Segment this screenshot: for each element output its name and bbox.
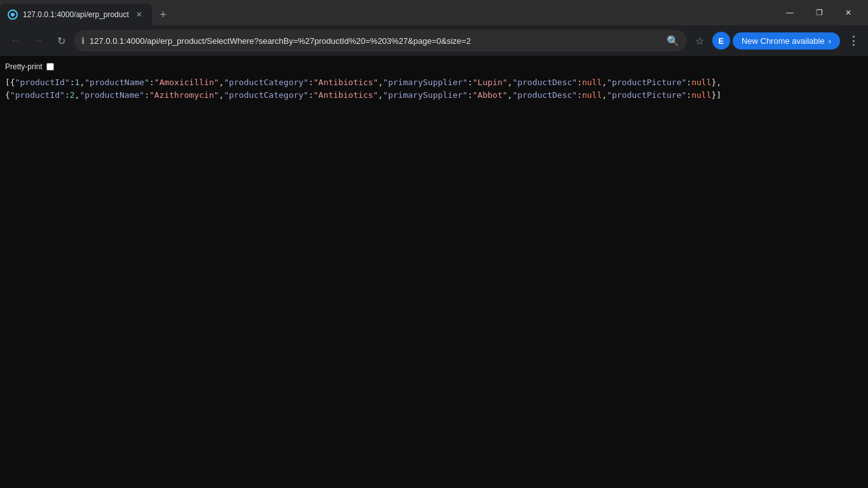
tab-favicon (8, 10, 18, 20)
pretty-print-bar: Pretty-print (0, 61, 868, 72)
pretty-print-checkbox[interactable] (46, 63, 54, 71)
profile-button[interactable]: E (712, 32, 730, 50)
json-line-1: [{"productId":1,"productName":"Amoxicill… (5, 76, 863, 89)
minimize-button[interactable]: — (775, 3, 804, 23)
content-area: Pretty-print [{"productId":1,"productNam… (0, 56, 868, 488)
forward-button[interactable]: → (28, 30, 48, 51)
title-bar: 127.0.0.1:4000/api/erp_product ✕ + — ❐ ✕ (0, 0, 868, 25)
tab-close-button[interactable]: ✕ (134, 10, 144, 20)
tab-title: 127.0.0.1:4000/api/erp_product (23, 10, 129, 19)
new-chrome-button[interactable]: New Chrome available › (733, 32, 840, 50)
tab-strip: 127.0.0.1:4000/api/erp_product ✕ + (0, 0, 775, 25)
maximize-button[interactable]: ❐ (804, 3, 834, 23)
search-icon[interactable]: 🔍 (667, 35, 679, 47)
address-bar-container: ℹ 🔍 (74, 30, 687, 51)
address-input[interactable] (90, 36, 661, 46)
bookmark-icon: ☆ (695, 35, 704, 47)
new-tab-button[interactable]: + (154, 6, 172, 24)
close-button[interactable]: ✕ (834, 3, 863, 23)
pretty-print-label: Pretty-print (5, 62, 43, 71)
json-content: [{"productId":1,"productName":"Amoxicill… (0, 75, 868, 102)
json-line-2: {"productId":2,"productName":"Azithromyc… (5, 89, 863, 102)
navigation-bar: ← → ↻ ℹ 🔍 ☆ E New Chrome available › ⋮ (0, 25, 868, 56)
chrome-menu-button[interactable]: ⋮ (843, 30, 863, 51)
bookmark-button[interactable]: ☆ (689, 30, 710, 51)
new-chrome-label: New Chrome available (742, 36, 825, 46)
reload-button[interactable]: ↻ (51, 30, 71, 51)
active-tab[interactable]: 127.0.0.1:4000/api/erp_product ✕ (0, 4, 152, 25)
window-controls: — ❐ ✕ (775, 3, 868, 23)
back-button[interactable]: ← (5, 30, 25, 51)
secure-icon: ℹ (81, 36, 85, 46)
new-chrome-arrow-icon: › (829, 36, 831, 46)
